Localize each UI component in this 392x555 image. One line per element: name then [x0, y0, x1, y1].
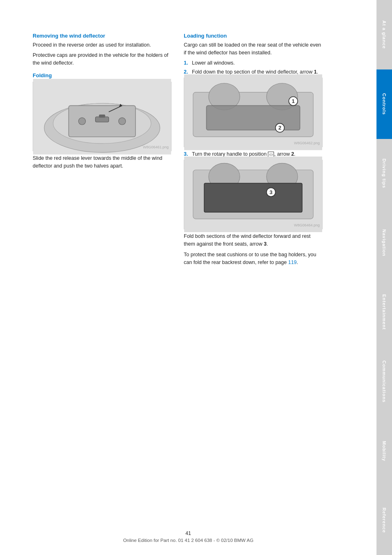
loading-diagram-1: 1 2 W8G06462.png — [184, 78, 323, 147]
sidebar-label-navigation: Navigation — [382, 229, 387, 256]
page-footer: 41 Online Edition for Part no. 01 41 2 6… — [0, 530, 376, 543]
loading-diagram-2: 3 W8G06464.png — [184, 160, 323, 229]
page-number: 41 — [0, 530, 376, 536]
step1: 1. Lower all windows. — [184, 59, 323, 67]
watermark1: W8G06461.png — [143, 145, 169, 149]
left-caption: Slide the red release lever towards the … — [33, 154, 172, 170]
right-caption2: To protect the seat cushions or to use t… — [184, 251, 323, 266]
sidebar-label-reference: Reference — [382, 508, 387, 533]
folding-diagram: W8G06461.png — [33, 82, 172, 151]
svg-rect-14 — [207, 106, 300, 130]
sidebar-tab-communications[interactable]: Communications — [376, 347, 392, 416]
sidebar-label-at-a-glance: At a glance — [382, 20, 387, 49]
right-intro: Cargo can still be loaded on the rear se… — [184, 41, 323, 57]
svg-rect-5 — [99, 114, 105, 118]
rotary-icon: ▭ — [268, 152, 274, 157]
sidebar-tab-at-a-glance[interactable]: At a glance — [376, 0, 392, 69]
svg-text:3: 3 — [270, 189, 272, 195]
watermark2: W8G06462.png — [294, 141, 320, 145]
step1-num: 1. — [184, 59, 190, 67]
left-para1: Proceed in the reverse order as used for… — [33, 41, 172, 49]
sidebar-label-entertainment: Entertainment — [382, 294, 387, 330]
right-section-heading: Loading function — [184, 33, 323, 39]
footer-copyright: Online Edition for Part no. 01 41 2 604 … — [0, 538, 376, 543]
sidebar-label-communications: Communications — [382, 360, 387, 403]
loading-svg-1: 1 2 — [184, 74, 322, 150]
svg-point-8 — [78, 117, 85, 124]
sidebar-tab-navigation[interactable]: Navigation — [376, 208, 392, 278]
left-section-heading: Removing the wind deflector — [33, 33, 172, 39]
svg-text:2: 2 — [278, 125, 281, 131]
sidebar-tab-controls[interactable]: Controls — [376, 69, 392, 139]
sidebar-tab-mobility[interactable]: Mobility — [376, 416, 392, 486]
left-column: Removing the wind deflector Proceed in t… — [33, 33, 172, 270]
folding-subheading: Folding — [33, 72, 172, 78]
folding-svg — [33, 79, 171, 154]
sidebar-tab-reference[interactable]: Reference — [376, 486, 392, 555]
svg-text:1: 1 — [292, 98, 294, 104]
sidebar-tab-driving-tips[interactable]: Driving tips — [376, 139, 392, 208]
svg-point-9 — [118, 117, 125, 124]
left-para2: Protective caps are provided in the vehi… — [33, 51, 172, 67]
sidebar: At a glance Controls Driving tips Naviga… — [376, 0, 392, 555]
sidebar-label-driving-tips: Driving tips — [382, 159, 387, 188]
right-column: Loading function Cargo can still be load… — [184, 33, 323, 270]
sidebar-label-mobility: Mobility — [382, 441, 387, 461]
loading-svg-2: 3 — [184, 157, 322, 232]
step1-text: Lower all windows. — [192, 59, 235, 67]
page-link-119[interactable]: 119 — [288, 260, 297, 265]
svg-rect-23 — [204, 183, 302, 212]
watermark3: W8G06464.png — [294, 223, 320, 227]
sidebar-tab-entertainment[interactable]: Entertainment — [376, 278, 392, 347]
sidebar-label-controls: Controls — [382, 93, 387, 115]
right-caption1: Fold both sections of the wind deflector… — [184, 233, 323, 248]
